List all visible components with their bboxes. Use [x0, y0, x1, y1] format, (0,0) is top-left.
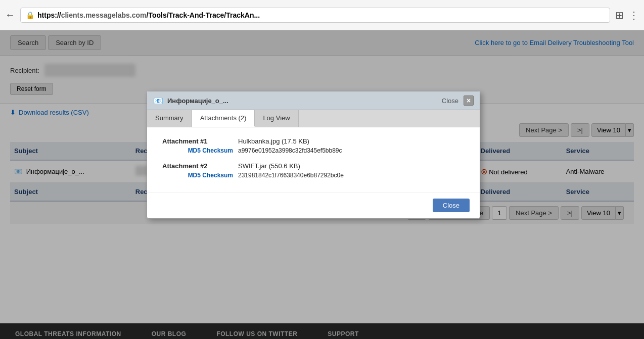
modal-close-btn[interactable]: Close [433, 199, 470, 212]
modal-close-button[interactable]: × [464, 95, 474, 106]
attachment-2-checksum: 231981842c1f76638340e6b87292bc0e [238, 172, 465, 179]
modal-titlebar: 📧 Информације_о_... Close × [147, 91, 480, 110]
modal-email-icon: 📧 [153, 96, 163, 106]
tab-attachments[interactable]: Attachments (2) [192, 110, 255, 127]
attachment-2-filename: SWIFT.jar (550.6 KB) [238, 162, 465, 170]
modal-overlay: 📧 Информације_о_... Close × Summary Atta… [0, 30, 644, 339]
attachment-2: Attachment #2 SWIFT.jar (550.6 KB) MD5 C… [162, 162, 465, 179]
modal-title: Информације_о_... [167, 97, 228, 105]
browser-actions: ⊞ ⋮ [615, 9, 639, 21]
lock-icon: 🔒 [26, 11, 34, 19]
attachment-modal: 📧 Информације_о_... Close × Summary Atta… [147, 91, 480, 219]
grid-icon[interactable]: ⊞ [615, 9, 624, 21]
modal-titlebar-actions: Close × [442, 95, 474, 106]
tab-log-view[interactable]: Log View [255, 110, 298, 127]
modal-footer: Close [147, 192, 480, 218]
attachment-2-label: Attachment #2 [162, 162, 233, 170]
back-button[interactable]: ← [5, 9, 15, 21]
attachment-1-checksum-label: MD5 Checksum [162, 147, 233, 154]
attachment-1-label: Attachment #1 [162, 137, 233, 145]
modal-close-right-label[interactable]: Close [442, 97, 458, 105]
attachment-2-checksum-label: MD5 Checksum [162, 172, 233, 179]
url-text: https://clients.messagelabs.com/Tools/Tr… [37, 11, 605, 19]
tab-summary[interactable]: Summary [147, 110, 192, 127]
attachment-1-checksum: a9976e01952a3998c32fd345ef5bb89c [238, 147, 465, 154]
menu-icon[interactable]: ⋮ [629, 9, 639, 21]
attachment-1-filename: Hulkbanka.jpg (17.5 KB) [238, 137, 465, 145]
address-bar[interactable]: 🔒 https://clients.messagelabs.com/Tools/… [20, 8, 610, 23]
modal-tabs: Summary Attachments (2) Log View [147, 110, 480, 127]
attachment-1: Attachment #1 Hulkbanka.jpg (17.5 KB) MD… [162, 137, 465, 154]
browser-chrome: ← 🔒 https://clients.messagelabs.com/Tool… [0, 0, 644, 30]
modal-title-left: 📧 Информације_о_... [153, 96, 228, 106]
modal-body: Attachment #1 Hulkbanka.jpg (17.5 KB) MD… [147, 127, 480, 192]
